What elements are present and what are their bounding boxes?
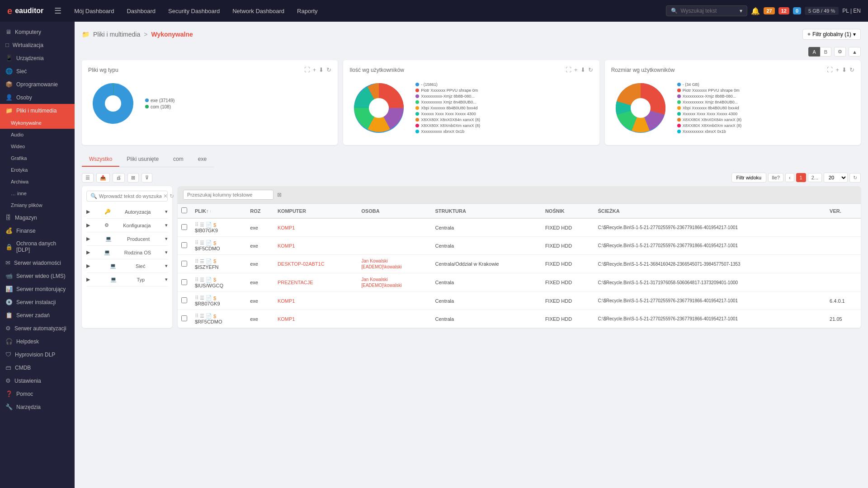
person-link[interactable]: Jan Kowalski[EADEMO]\kowalski [361,277,401,288]
row-action-grid[interactable]: ⠿ [195,240,198,246]
row-checkbox[interactable] [181,242,187,248]
sidebar-item-wideo[interactable]: Wideo [0,141,75,152]
sidebar-item-serwer-auto[interactable]: ⚙ Serwer automatyzacji [0,322,75,335]
tab-exe[interactable]: exe [191,152,214,167]
sidebar-item-serwer-zadan[interactable]: 📋 Serwer zadań [0,309,75,322]
add-icon-3[interactable]: + [835,66,839,73]
breadcrumb-parent[interactable]: Pliki i multimedia [93,31,140,38]
sidebar-item-siec[interactable]: 🌐 Sieć [0,65,75,78]
table-text-search-input[interactable] [183,190,274,200]
row-action-grid[interactable]: ⠿ [195,222,198,228]
col-header-komputer[interactable]: KOMPUTER [274,204,358,218]
row-action-dollar[interactable]: $ [213,240,216,246]
badge-orange[interactable]: 27 [764,7,774,14]
print-button[interactable]: 🖨 [113,173,125,183]
page-next-button[interactable]: 2... [808,173,822,182]
grid-view-button[interactable]: ⊞ [127,173,139,183]
sidebar-item-hyprovision[interactable]: 🛡 Hyprovision DLP [0,348,75,361]
row-action-dollar[interactable]: $ [213,258,216,264]
row-action-note[interactable]: 📄 [206,277,212,283]
collapse-button[interactable]: ▲ [849,47,861,56]
nav-link-moj-dashboard[interactable]: Mój Dashboard [69,5,119,17]
nav-link-network[interactable]: Network Dashboard [227,5,290,17]
filter-search-input[interactable] [99,193,161,199]
row-action-note[interactable]: 📄 [206,313,212,319]
sidebar-item-inne[interactable]: … inne [0,188,75,199]
row-action-dollar[interactable]: $ [213,296,216,301]
sidebar-item-helpdesk[interactable]: 🎧 Helpdesk [0,335,75,348]
row-action-list[interactable]: ☰ [200,258,204,264]
row-action-note[interactable]: 📄 [206,222,212,228]
refresh-icon-3[interactable]: ↻ [849,66,854,73]
tab-com[interactable]: com [166,152,191,167]
filter-group-header[interactable]: ▶ 🔑 Autoryzacja ▾ [86,208,168,216]
filter-reset-icon[interactable]: ✕ [163,193,168,199]
sidebar-item-magazyn[interactable]: 🗄 Magazyn [0,211,75,224]
row-checkbox[interactable] [181,279,187,285]
sidebar-item-komputery[interactable]: 🖥 Komputery [0,25,75,38]
person-link[interactable]: Jan Kowalski[EADEMO]\kowalski [361,258,401,269]
row-action-grid[interactable]: ⠿ [195,277,198,283]
filter-refresh-icon[interactable]: ↻ [170,193,174,199]
row-action-list[interactable]: ☰ [200,240,204,246]
col-header-struktura[interactable]: STRUKTURA [432,204,542,218]
row-checkbox[interactable] [181,224,187,230]
add-icon-2[interactable]: + [574,66,578,73]
expand-icon-1[interactable]: ⛶ [304,66,310,73]
col-header-plik[interactable]: PLIK↑↑ [191,204,246,218]
row-checkbox[interactable] [181,261,187,267]
computer-link[interactable]: KOMP1 [278,298,295,304]
col-header-ver[interactable]: VER. [826,204,861,218]
sidebar-item-grafika[interactable]: Grafika [0,152,75,164]
menu-toggle-button[interactable]: ☰ [54,6,61,16]
row-action-list[interactable]: ☰ [200,295,204,301]
filter-view-button[interactable]: Filtr widoku [731,173,767,183]
col-header-roz[interactable]: ROZ [246,204,274,218]
sidebar-item-cmdb[interactable]: 🗃 CMDB [0,361,75,374]
sidebar-item-serwer-wideo[interactable]: 📹 Serwer wideo (LMS) [0,269,75,282]
sidebar-item-wirtualizacja[interactable]: □ Wirtualizacja [0,38,75,52]
row-action-dollar[interactable]: $ [213,314,216,319]
sidebar-item-serwer-wiadomosci[interactable]: ✉ Serwer wiadomości [0,256,75,269]
row-action-grid[interactable]: ⠿ [195,313,198,319]
sidebar-item-osoby[interactable]: 👤 Osoby [0,91,75,104]
row-action-list[interactable]: ☰ [200,313,204,319]
row-action-list[interactable]: ☰ [200,277,204,283]
notification-icon[interactable]: 🔔 [751,7,760,15]
col-header-osoba[interactable]: OSOBA [358,204,431,218]
refresh-icon-2[interactable]: ↻ [588,66,593,73]
download-icon-1[interactable]: ⬇ [319,66,324,73]
export-button[interactable]: 📤 [96,173,110,183]
sidebar-item-pomoc[interactable]: ❓ Pomoc [0,387,75,400]
language-selector[interactable]: PL | EN [842,8,861,14]
sidebar-item-erotyka[interactable]: Erotyka [0,164,75,176]
tab-pliki-usuniete[interactable]: Pliki usunięte [119,152,166,167]
sidebar-item-dlp[interactable]: 🔒 Ochrona danych [DLP] [0,237,75,256]
filter-group-rodzina-os[interactable]: ▶ 💻 Rodzina OS ▾ [86,246,168,259]
add-icon-1[interactable]: + [313,66,316,73]
nav-link-dashboard[interactable]: Dashboard [121,5,161,17]
prev-page-button[interactable]: ‹ [785,173,794,182]
search-dropdown-icon[interactable]: ▾ [740,8,742,14]
filter-group-siec[interactable]: ▶ 💻 Sieć ▾ [86,259,168,273]
sidebar-item-urzadzenia[interactable]: 📱 Urządzenia [0,52,75,65]
refresh-button[interactable]: ↻ [849,173,861,183]
filter-group-autoryzacja[interactable]: ▶ 🔑 Autoryzacja ▾ [86,205,168,219]
filter-group-header[interactable]: ▶ ⚙ Konfiguracja ▾ [86,221,168,229]
row-action-dollar[interactable]: $ [213,222,216,228]
gear-settings-button[interactable]: ⚙ [834,47,846,56]
search-input[interactable] [680,8,737,14]
computer-link[interactable]: KOMP1 [278,316,295,322]
filter-search-box[interactable]: 🔍 ✕ ↻ [86,191,168,202]
sidebar-item-archiwa[interactable]: Archiwa [0,176,75,188]
list-view-button[interactable]: ☰ [82,173,94,183]
sidebar-item-finanse[interactable]: 💰 Finanse [0,224,75,237]
col-header-sciezka[interactable]: ŚCIEŻKA [594,204,826,218]
ile-button[interactable]: Ile? [768,173,783,182]
sidebar-item-pliki[interactable]: 📁 Pliki i multimedia [0,104,75,117]
global-search[interactable]: 🔍 ▾ [666,5,747,16]
expand-icon-2[interactable]: ⛶ [566,66,571,73]
filter-toggle-button[interactable]: ⊽ [142,173,152,183]
table-search-clear-icon[interactable]: ⊠ [277,192,282,198]
row-action-dollar[interactable]: $ [213,277,216,282]
